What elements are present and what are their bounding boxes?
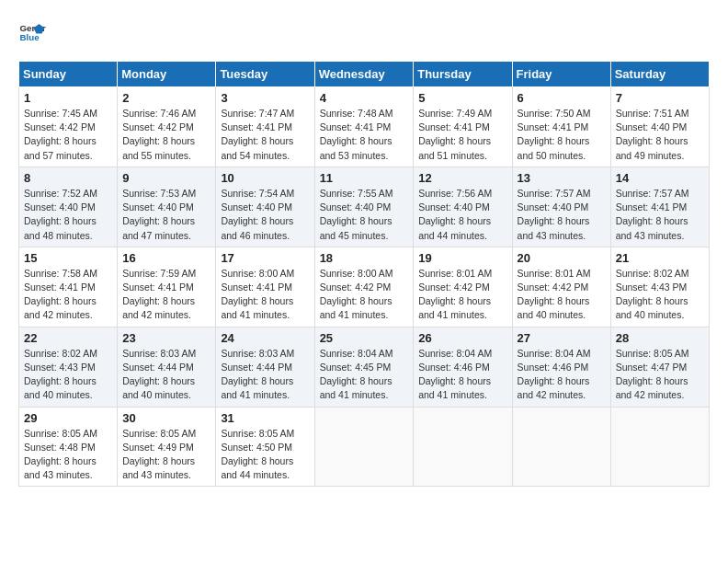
calendar-cell: 1 Sunrise: 7:45 AM Sunset: 4:42 PM Dayli… — [19, 87, 118, 167]
calendar-cell: 20 Sunrise: 8:01 AM Sunset: 4:42 PM Dayl… — [512, 247, 610, 327]
page-header: General Blue — [18, 18, 710, 46]
weekday-header-row: SundayMondayTuesdayWednesdayThursdayFrid… — [19, 62, 710, 87]
day-info: Sunrise: 7:49 AM Sunset: 4:41 PM Dayligh… — [418, 107, 506, 163]
calendar-cell: 29 Sunrise: 8:05 AM Sunset: 4:48 PM Dayl… — [19, 407, 118, 487]
calendar-cell: 27 Sunrise: 8:04 AM Sunset: 4:46 PM Dayl… — [512, 327, 610, 407]
day-info: Sunrise: 8:05 AM Sunset: 4:48 PM Dayligh… — [24, 427, 112, 483]
week-row-2: 8 Sunrise: 7:52 AM Sunset: 4:40 PM Dayli… — [19, 167, 710, 247]
calendar-cell — [512, 407, 610, 487]
day-info: Sunrise: 8:04 AM Sunset: 4:46 PM Dayligh… — [518, 347, 606, 403]
weekday-monday: Monday — [118, 62, 216, 87]
day-number: 20 — [518, 251, 606, 265]
day-number: 5 — [418, 91, 506, 105]
day-info: Sunrise: 8:01 AM Sunset: 4:42 PM Dayligh… — [418, 267, 506, 323]
week-row-3: 15 Sunrise: 7:58 AM Sunset: 4:41 PM Dayl… — [19, 247, 710, 327]
day-info: Sunrise: 8:05 AM Sunset: 4:49 PM Dayligh… — [122, 427, 210, 483]
calendar-cell: 26 Sunrise: 8:04 AM Sunset: 4:46 PM Dayl… — [414, 327, 512, 407]
day-number: 25 — [320, 331, 409, 345]
day-info: Sunrise: 8:02 AM Sunset: 4:43 PM Dayligh… — [616, 267, 704, 323]
day-info: Sunrise: 7:54 AM Sunset: 4:40 PM Dayligh… — [221, 187, 309, 243]
day-info: Sunrise: 8:05 AM Sunset: 4:47 PM Dayligh… — [616, 347, 704, 403]
day-info: Sunrise: 8:02 AM Sunset: 4:43 PM Dayligh… — [24, 347, 112, 403]
day-number: 27 — [518, 331, 606, 345]
weekday-saturday: Saturday — [610, 62, 709, 87]
calendar-cell: 22 Sunrise: 8:02 AM Sunset: 4:43 PM Dayl… — [19, 327, 118, 407]
calendar-cell: 10 Sunrise: 7:54 AM Sunset: 4:40 PM Dayl… — [216, 167, 314, 247]
day-info: Sunrise: 8:05 AM Sunset: 4:50 PM Dayligh… — [221, 427, 309, 483]
day-info: Sunrise: 7:47 AM Sunset: 4:41 PM Dayligh… — [221, 107, 309, 163]
day-number: 18 — [320, 251, 409, 265]
day-number: 2 — [122, 91, 210, 105]
calendar-cell: 4 Sunrise: 7:48 AM Sunset: 4:41 PM Dayli… — [314, 87, 414, 167]
calendar-cell: 17 Sunrise: 8:00 AM Sunset: 4:41 PM Dayl… — [216, 247, 314, 327]
calendar-cell: 30 Sunrise: 8:05 AM Sunset: 4:49 PM Dayl… — [118, 407, 216, 487]
day-number: 22 — [24, 331, 112, 345]
day-number: 9 — [122, 171, 210, 185]
svg-text:Blue: Blue — [20, 32, 40, 42]
day-number: 8 — [24, 171, 112, 185]
day-number: 4 — [320, 91, 409, 105]
day-info: Sunrise: 7:59 AM Sunset: 4:41 PM Dayligh… — [122, 267, 210, 323]
day-info: Sunrise: 8:03 AM Sunset: 4:44 PM Dayligh… — [221, 347, 309, 403]
calendar-table: SundayMondayTuesdayWednesdayThursdayFrid… — [18, 61, 710, 487]
calendar-cell: 11 Sunrise: 7:55 AM Sunset: 4:40 PM Dayl… — [314, 167, 414, 247]
day-info: Sunrise: 7:56 AM Sunset: 4:40 PM Dayligh… — [418, 187, 506, 243]
day-info: Sunrise: 8:01 AM Sunset: 4:42 PM Dayligh… — [518, 267, 606, 323]
day-number: 6 — [518, 91, 606, 105]
calendar-cell: 9 Sunrise: 7:53 AM Sunset: 4:40 PM Dayli… — [118, 167, 216, 247]
calendar-cell: 14 Sunrise: 7:57 AM Sunset: 4:41 PM Dayl… — [610, 167, 709, 247]
day-info: Sunrise: 8:04 AM Sunset: 4:45 PM Dayligh… — [320, 347, 409, 403]
day-number: 30 — [122, 411, 210, 425]
day-number: 7 — [616, 91, 704, 105]
calendar-cell: 12 Sunrise: 7:56 AM Sunset: 4:40 PM Dayl… — [414, 167, 512, 247]
day-info: Sunrise: 7:57 AM Sunset: 4:41 PM Dayligh… — [616, 187, 704, 243]
calendar-cell: 19 Sunrise: 8:01 AM Sunset: 4:42 PM Dayl… — [414, 247, 512, 327]
calendar-cell: 23 Sunrise: 8:03 AM Sunset: 4:44 PM Dayl… — [118, 327, 216, 407]
day-info: Sunrise: 7:45 AM Sunset: 4:42 PM Dayligh… — [24, 107, 112, 163]
day-number: 24 — [221, 331, 309, 345]
calendar-cell: 18 Sunrise: 8:00 AM Sunset: 4:42 PM Dayl… — [314, 247, 414, 327]
day-info: Sunrise: 8:04 AM Sunset: 4:46 PM Dayligh… — [418, 347, 506, 403]
calendar-cell: 13 Sunrise: 7:57 AM Sunset: 4:40 PM Dayl… — [512, 167, 610, 247]
day-info: Sunrise: 7:57 AM Sunset: 4:40 PM Dayligh… — [518, 187, 606, 243]
calendar-cell: 2 Sunrise: 7:46 AM Sunset: 4:42 PM Dayli… — [118, 87, 216, 167]
day-info: Sunrise: 7:46 AM Sunset: 4:42 PM Dayligh… — [122, 107, 210, 163]
day-info: Sunrise: 7:53 AM Sunset: 4:40 PM Dayligh… — [122, 187, 210, 243]
calendar-cell: 8 Sunrise: 7:52 AM Sunset: 4:40 PM Dayli… — [19, 167, 118, 247]
weekday-friday: Friday — [512, 62, 610, 87]
day-number: 19 — [418, 251, 506, 265]
day-number: 13 — [518, 171, 606, 185]
day-info: Sunrise: 7:55 AM Sunset: 4:40 PM Dayligh… — [320, 187, 409, 243]
calendar-cell: 28 Sunrise: 8:05 AM Sunset: 4:47 PM Dayl… — [610, 327, 709, 407]
day-info: Sunrise: 7:52 AM Sunset: 4:40 PM Dayligh… — [24, 187, 112, 243]
calendar-cell: 21 Sunrise: 8:02 AM Sunset: 4:43 PM Dayl… — [610, 247, 709, 327]
day-info: Sunrise: 8:00 AM Sunset: 4:41 PM Dayligh… — [221, 267, 309, 323]
calendar-cell: 15 Sunrise: 7:58 AM Sunset: 4:41 PM Dayl… — [19, 247, 118, 327]
week-row-5: 29 Sunrise: 8:05 AM Sunset: 4:48 PM Dayl… — [19, 407, 710, 487]
calendar-cell: 24 Sunrise: 8:03 AM Sunset: 4:44 PM Dayl… — [216, 327, 314, 407]
day-info: Sunrise: 8:00 AM Sunset: 4:42 PM Dayligh… — [320, 267, 409, 323]
calendar-cell: 16 Sunrise: 7:59 AM Sunset: 4:41 PM Dayl… — [118, 247, 216, 327]
logo: General Blue — [18, 18, 46, 46]
weekday-thursday: Thursday — [414, 62, 512, 87]
day-info: Sunrise: 7:50 AM Sunset: 4:41 PM Dayligh… — [518, 107, 606, 163]
calendar-cell: 6 Sunrise: 7:50 AM Sunset: 4:41 PM Dayli… — [512, 87, 610, 167]
week-row-4: 22 Sunrise: 8:02 AM Sunset: 4:43 PM Dayl… — [19, 327, 710, 407]
calendar-cell: 3 Sunrise: 7:47 AM Sunset: 4:41 PM Dayli… — [216, 87, 314, 167]
day-number: 17 — [221, 251, 309, 265]
calendar-cell — [414, 407, 512, 487]
calendar-cell: 5 Sunrise: 7:49 AM Sunset: 4:41 PM Dayli… — [414, 87, 512, 167]
weekday-wednesday: Wednesday — [314, 62, 414, 87]
calendar-cell: 7 Sunrise: 7:51 AM Sunset: 4:40 PM Dayli… — [610, 87, 709, 167]
day-info: Sunrise: 8:03 AM Sunset: 4:44 PM Dayligh… — [122, 347, 210, 403]
day-number: 16 — [122, 251, 210, 265]
day-number: 15 — [24, 251, 112, 265]
calendar-cell: 31 Sunrise: 8:05 AM Sunset: 4:50 PM Dayl… — [216, 407, 314, 487]
day-number: 21 — [616, 251, 704, 265]
day-number: 29 — [24, 411, 112, 425]
calendar-cell: 25 Sunrise: 8:04 AM Sunset: 4:45 PM Dayl… — [314, 327, 414, 407]
day-number: 10 — [221, 171, 309, 185]
day-number: 23 — [122, 331, 210, 345]
day-info: Sunrise: 7:51 AM Sunset: 4:40 PM Dayligh… — [616, 107, 704, 163]
calendar-cell — [314, 407, 414, 487]
